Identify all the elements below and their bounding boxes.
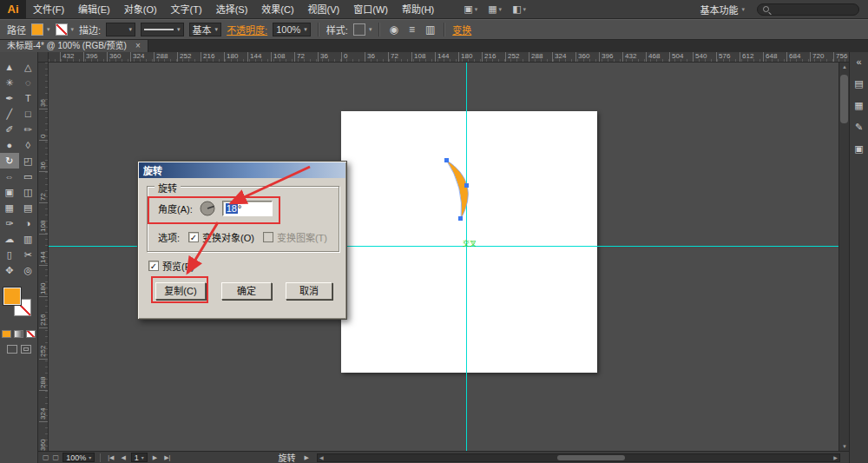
- align-panel-icon[interactable]: ≡: [407, 23, 417, 36]
- fill-proxy-swatch[interactable]: [3, 288, 21, 305]
- free-transform-tool[interactable]: ▭: [19, 169, 38, 184]
- anchor-point[interactable]: [464, 183, 469, 188]
- menu-item[interactable]: 帮助(H): [395, 0, 441, 19]
- pencil-tool[interactable]: ✏: [19, 122, 38, 137]
- menu-item[interactable]: 效果(C): [254, 0, 300, 19]
- selection-tool[interactable]: ▲: [0, 59, 19, 75]
- width-profile-select[interactable]: ▾: [141, 23, 184, 36]
- style-caret-icon[interactable]: ▾: [369, 26, 372, 33]
- document-tab[interactable]: 未标题-4* @ 100% (RGB/预览) ×: [0, 40, 148, 52]
- style-swatch[interactable]: [353, 23, 365, 36]
- transform-object-checkbox[interactable]: ✓ 变换对象(O): [188, 230, 254, 244]
- slice-tool[interactable]: ✂: [19, 247, 38, 262]
- menu-item[interactable]: 选择(S): [209, 0, 255, 19]
- cancel-button[interactable]: 取消: [286, 282, 332, 300]
- menu-item[interactable]: 窗口(W): [346, 0, 395, 19]
- bridge-icon[interactable]: ▣: [464, 3, 477, 15]
- draw-normal-button[interactable]: [7, 345, 17, 354]
- gradient-tool[interactable]: ▤: [19, 200, 38, 215]
- scroll-up-icon[interactable]: ▲: [839, 63, 849, 71]
- expand-panels-icon[interactable]: «: [856, 56, 861, 67]
- last-artboard-button[interactable]: ▶|: [162, 454, 172, 461]
- opacity-field[interactable]: 100%▾: [273, 23, 311, 36]
- brush-definition-select[interactable]: 基本▾: [189, 23, 222, 36]
- arrange-documents-icon[interactable]: ▦: [488, 3, 502, 15]
- eraser-tool[interactable]: ◊: [19, 137, 38, 153]
- fill-color-swatch[interactable]: [31, 23, 43, 36]
- pen-tool[interactable]: ✒: [0, 90, 19, 106]
- crescent-path[interactable]: [446, 160, 468, 219]
- artboard-number-field[interactable]: 1▾: [131, 453, 148, 462]
- line-segment-tool[interactable]: ╱: [0, 106, 19, 122]
- scale-tool[interactable]: ◰: [19, 153, 38, 169]
- zoom-tool[interactable]: ◎: [19, 262, 38, 278]
- width-tool[interactable]: ⇔: [0, 169, 19, 184]
- none-mode-button[interactable]: [26, 330, 36, 338]
- menu-item[interactable]: 文字(T): [164, 0, 209, 19]
- perspective-grid-tool[interactable]: ◫: [19, 184, 38, 200]
- symbol-sprayer-tool[interactable]: ☁: [0, 231, 19, 247]
- transform-pattern-checkbox[interactable]: 变换图案(T): [263, 230, 327, 244]
- fill-caret-icon[interactable]: ▾: [47, 26, 50, 33]
- direct-selection-tool[interactable]: △: [19, 59, 38, 75]
- rotate-tool[interactable]: ↻: [0, 153, 19, 169]
- screen-mode-icon[interactable]: ◧: [512, 3, 526, 15]
- recolor-artwork-icon[interactable]: ◉: [387, 23, 399, 36]
- stroke-caret-icon[interactable]: ▾: [71, 26, 75, 33]
- crescent-shape[interactable]: [437, 158, 477, 224]
- horizontal-scrollbar[interactable]: ◀ ▶: [317, 453, 840, 462]
- gradient-mode-button[interactable]: [14, 330, 23, 338]
- rectangle-tool[interactable]: □: [19, 106, 38, 122]
- first-artboard-button[interactable]: |◀: [106, 454, 115, 461]
- hand-tool[interactable]: ✥: [0, 262, 19, 278]
- color-panel-icon[interactable]: ▤: [854, 78, 863, 89]
- ruler-corner[interactable]: [38, 52, 49, 63]
- anchor-point[interactable]: [458, 216, 463, 221]
- app-logo[interactable]: Ai: [0, 0, 26, 19]
- swatches-panel-icon[interactable]: ▦: [854, 100, 863, 110]
- anchor-point[interactable]: [444, 158, 449, 162]
- layers-panel-icon[interactable]: ▣: [854, 143, 863, 154]
- paintbrush-tool[interactable]: ✐: [0, 122, 19, 137]
- preview-checkbox[interactable]: ✓ 预览(P): [148, 259, 194, 273]
- blob-brush-tool[interactable]: ●: [0, 137, 19, 153]
- brushes-panel-icon[interactable]: ✎: [855, 122, 863, 132]
- checkbox-icon[interactable]: ✓: [148, 261, 159, 271]
- zoom-field[interactable]: 100%▾: [62, 453, 95, 462]
- stroke-color-swatch[interactable]: [56, 23, 68, 36]
- status-panel-icon-1[interactable]: ▢: [43, 453, 49, 461]
- ok-button[interactable]: 确定: [221, 282, 272, 300]
- prev-artboard-button[interactable]: ◀: [119, 454, 127, 461]
- draw-inside-button[interactable]: [21, 345, 31, 354]
- menu-item[interactable]: 视图(V): [301, 0, 347, 19]
- column-graph-tool[interactable]: ▥: [19, 231, 38, 247]
- opacity-label[interactable]: 不透明度:: [227, 23, 267, 36]
- type-tool[interactable]: T: [19, 90, 38, 106]
- artboard-tool[interactable]: ▯: [0, 247, 19, 262]
- blend-tool[interactable]: ◑: [19, 215, 38, 231]
- vertical-scrollbar[interactable]: ▲ ▼: [838, 63, 849, 451]
- mesh-tool[interactable]: ▦: [0, 200, 19, 215]
- vertical-scroll-thumb[interactable]: [840, 75, 848, 123]
- copy-button[interactable]: 复制(C): [155, 282, 206, 300]
- lasso-tool[interactable]: ◌: [19, 75, 38, 90]
- panel-options-icon[interactable]: ▥: [424, 23, 437, 36]
- status-flyout-icon[interactable]: ▶: [304, 454, 308, 461]
- color-mode-button[interactable]: [2, 330, 11, 338]
- workspace-switcher[interactable]: 基本功能: [700, 3, 745, 17]
- horizontal-scroll-thumb[interactable]: [557, 455, 625, 460]
- scroll-down-icon[interactable]: ▼: [839, 442, 849, 451]
- magic-wand-tool[interactable]: ✳: [0, 75, 19, 90]
- menu-item[interactable]: 文件(F): [26, 0, 71, 19]
- transform-link[interactable]: 变换: [452, 23, 471, 36]
- next-artboard-button[interactable]: ▶: [151, 454, 159, 461]
- checkbox-icon[interactable]: ✓: [188, 232, 199, 242]
- menu-item[interactable]: 对象(O): [117, 0, 164, 19]
- dialog-title-bar[interactable]: 旋转: [139, 162, 345, 178]
- stroke-width-field[interactable]: ▾: [106, 23, 135, 36]
- shape-builder-tool[interactable]: ▣: [0, 184, 19, 200]
- close-tab-icon[interactable]: ×: [135, 42, 141, 50]
- scroll-left-icon[interactable]: ◀: [318, 454, 326, 461]
- menu-item[interactable]: 编辑(E): [71, 0, 117, 19]
- search-box[interactable]: [757, 3, 859, 16]
